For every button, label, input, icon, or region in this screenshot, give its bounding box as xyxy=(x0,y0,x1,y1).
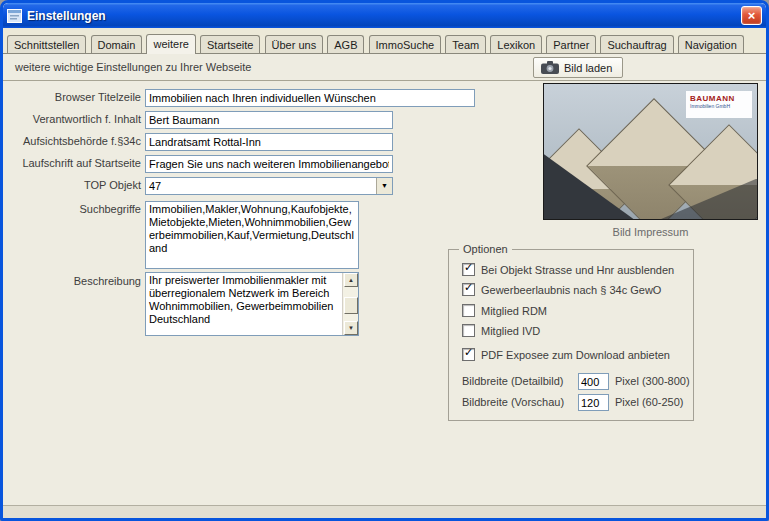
scrollbar-thumb[interactable] xyxy=(344,297,358,314)
pdf-expose-checkbox[interactable]: ✓ xyxy=(462,348,475,361)
preview-width-label: Bildbreite (Vorschau) xyxy=(462,396,574,408)
tab-ueber-uns[interactable]: Über uns xyxy=(265,35,324,53)
tab-agb[interactable]: AGB xyxy=(327,35,364,53)
browser-title-label: Browser Titelzeile xyxy=(9,91,141,103)
logo-subtext: Immobilien GmbH xyxy=(690,103,748,109)
authority-input[interactable] xyxy=(145,133,393,151)
checkbox-row: ✓ Mitglied RDM xyxy=(462,304,547,317)
tab-navigation[interactable]: Navigation xyxy=(678,35,744,53)
checkbox-label: Mitglied IVD xyxy=(481,325,540,337)
chevron-down-icon[interactable]: ▼ xyxy=(376,178,392,194)
tab-lexikon[interactable]: Lexikon xyxy=(490,35,542,53)
scroll-up-icon[interactable]: ▲ xyxy=(344,273,358,287)
impressum-image: BAUMANN Immobilien GmbH xyxy=(543,83,758,220)
check-icon: ✓ xyxy=(464,281,473,294)
close-button[interactable]: × xyxy=(741,6,762,25)
tab-weitere[interactable]: weitere xyxy=(146,34,195,54)
mitglied-ivd-checkbox[interactable]: ✓ xyxy=(462,324,475,337)
preview-width-hint: Pixel (60-250) xyxy=(615,396,683,408)
top-object-combobox[interactable]: 47 ▼ xyxy=(145,177,393,195)
tab-startseite[interactable]: Startseite xyxy=(200,35,260,53)
titlebar[interactable]: Einstellungen × xyxy=(3,3,766,28)
load-image-button[interactable]: Bild laden xyxy=(533,57,623,78)
tab-partner[interactable]: Partner xyxy=(546,35,596,53)
form-footer xyxy=(3,505,766,518)
description-textarea[interactable]: Ihr preiswerter Immobilienmakler mit übe… xyxy=(146,273,342,335)
subheader: weitere wichtige Einstellungen zu Ihrer … xyxy=(3,54,766,81)
scroll-down-icon[interactable]: ▼ xyxy=(344,321,358,335)
page-subtitle: weitere wichtige Einstellungen zu Ihrer … xyxy=(15,61,251,73)
window-title: Einstellungen xyxy=(27,9,741,23)
responsible-label: Verantwortlich f. Inhalt xyxy=(9,113,141,125)
checkbox-row: ✓ Bei Objekt Strasse und Hnr ausblenden xyxy=(462,263,674,276)
checkbox-label: Gewerbeerlaubnis nach § 34c GewO xyxy=(481,284,661,296)
detail-width-input[interactable] xyxy=(578,373,609,390)
keywords-textarea[interactable]: Immobilien,Makler,Wohnung,Kaufobjekte,Mi… xyxy=(145,201,359,269)
preview-width-input[interactable] xyxy=(578,394,609,411)
gewerbeerlaubnis-checkbox[interactable]: ✓ xyxy=(462,283,475,296)
tab-immosuche[interactable]: ImmoSuche xyxy=(369,35,442,53)
checkbox-label: Bei Objekt Strasse und Hnr ausblenden xyxy=(481,264,674,276)
checkbox-label: Mitglied RDM xyxy=(481,305,547,317)
keywords-label: Suchbegriffe xyxy=(9,203,141,215)
detail-width-label: Bildbreite (Detailbild) xyxy=(462,375,574,387)
options-legend: Optionen xyxy=(459,243,512,255)
checkbox-label: PDF Exposee zum Download anbieten xyxy=(481,349,670,361)
camera-icon xyxy=(541,61,559,74)
description-label: Beschreibung xyxy=(9,275,141,287)
baumann-logo: BAUMANN Immobilien GmbH xyxy=(686,91,752,118)
checkbox-row: ✓ Gewerbeerlaubnis nach § 34c GewO xyxy=(462,283,661,296)
responsible-input[interactable] xyxy=(145,111,393,129)
tab-team[interactable]: Team xyxy=(445,35,486,53)
tab-suchauftrag[interactable]: Suchauftrag xyxy=(600,35,673,53)
options-groupbox: Optionen ✓ Bei Objekt Strasse und Hnr au… xyxy=(448,249,694,421)
tab-strip: Schnittstellen Domain weitere Startseite… xyxy=(3,28,766,54)
tab-schnittstellen[interactable]: Schnittstellen xyxy=(7,35,86,53)
check-icon: ✓ xyxy=(464,346,473,359)
check-icon: ✓ xyxy=(464,261,473,274)
detail-width-hint: Pixel (300-800) xyxy=(615,375,690,387)
window-icon xyxy=(7,9,22,23)
ticker-label: Laufschrift auf Startseite xyxy=(9,157,141,169)
top-object-value: 47 xyxy=(149,180,161,192)
hide-street-checkbox[interactable]: ✓ xyxy=(462,263,475,276)
logo-text: BAUMANN xyxy=(690,94,748,103)
browser-title-input[interactable] xyxy=(145,89,475,107)
image-caption: Bild Impressum xyxy=(543,226,758,238)
description-scrollbar[interactable]: ▲ ▼ xyxy=(342,273,358,335)
top-object-label: TOP Objekt xyxy=(9,179,141,191)
mitglied-rdm-checkbox[interactable]: ✓ xyxy=(462,304,475,317)
tab-domain[interactable]: Domain xyxy=(91,35,143,53)
ticker-input[interactable] xyxy=(145,155,393,173)
settings-window: Einstellungen × Schnittstellen Domain we… xyxy=(0,0,769,521)
load-image-label: Bild laden xyxy=(564,62,612,74)
description-field: Ihr preiswerter Immobilienmakler mit übe… xyxy=(145,272,359,336)
checkbox-row: ✓ Mitglied IVD xyxy=(462,324,540,337)
authority-label: Aufsichtsbehörde f.§34c xyxy=(9,135,141,147)
checkbox-row: ✓ PDF Exposee zum Download anbieten xyxy=(462,348,670,361)
